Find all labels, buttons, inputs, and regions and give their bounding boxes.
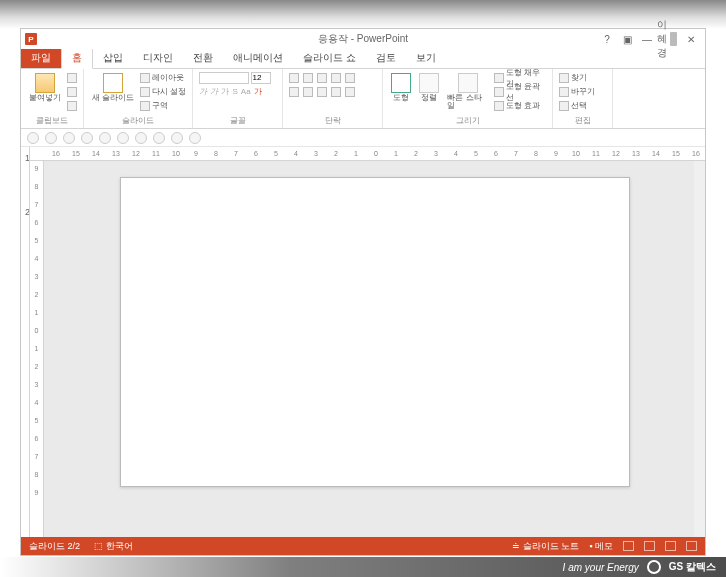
slide-stage[interactable]: [44, 161, 705, 537]
tab-home[interactable]: 홈: [61, 47, 93, 69]
paste-icon: [35, 73, 55, 93]
quick-access-toolbar: [21, 129, 705, 147]
group-drawing: 도형 정렬 빠른 스타일 도형 채우기 도형 윤곽선 도형 효과 그리기: [383, 69, 553, 128]
user-account[interactable]: 이혜경: [657, 31, 677, 47]
section-button[interactable]: 구역: [140, 99, 186, 112]
group-clipboard: 붙여넣기 클립보드: [21, 69, 84, 128]
qat-item-10[interactable]: [189, 132, 201, 144]
language-indicator[interactable]: ⬚ 한국어: [94, 540, 133, 553]
tab-file[interactable]: 파일: [21, 48, 61, 68]
find-icon: [559, 73, 569, 83]
shapes-button[interactable]: 도형: [389, 71, 413, 104]
new-slide-icon: [103, 73, 123, 93]
window-title: 응용작 - PowerPoint: [318, 32, 408, 46]
bullets-icon[interactable]: [289, 73, 299, 83]
sorter-view-icon[interactable]: [644, 541, 655, 551]
indent-increase-icon[interactable]: [331, 73, 341, 83]
qat-item-9[interactable]: [171, 132, 183, 144]
align-right-icon[interactable]: [317, 87, 327, 97]
help-button[interactable]: ?: [597, 31, 617, 47]
select-icon: [559, 101, 569, 111]
group-paragraph: 단락: [283, 69, 383, 128]
close-button[interactable]: ✕: [681, 31, 701, 47]
indent-decrease-icon[interactable]: [317, 73, 327, 83]
normal-view-icon[interactable]: [623, 541, 634, 551]
numbering-icon[interactable]: [303, 73, 313, 83]
slide-counter[interactable]: 슬라이드 2/2: [29, 540, 80, 553]
group-editing: 찾기 바꾸기 선택 편집: [553, 69, 613, 128]
shape-effects-button[interactable]: 도형 효과: [494, 99, 546, 112]
group-slides: 새 슬라이드 레이아웃 다시 설정 구역 슬라이드: [84, 69, 193, 128]
slide-canvas[interactable]: [120, 177, 630, 487]
quick-styles-button[interactable]: 빠른 스타일: [445, 71, 490, 112]
app-window: P 응용작 - PowerPoint ? ▣ — 이혜경 ✕ 파일 홈 삽입 디…: [20, 28, 706, 556]
cut-icon: [67, 73, 77, 83]
new-slide-label: 새 슬라이드: [92, 94, 134, 102]
tab-design[interactable]: 디자인: [133, 48, 183, 68]
arrange-icon: [419, 73, 439, 93]
qat-item-3[interactable]: [63, 132, 75, 144]
select-button[interactable]: 선택: [559, 99, 595, 112]
group-paragraph-label: 단락: [289, 114, 376, 126]
slide-thumbnail-panel[interactable]: 1 2: [21, 147, 30, 537]
justify-icon[interactable]: [331, 87, 341, 97]
fill-icon: [494, 73, 504, 83]
format-painter-button[interactable]: [67, 99, 77, 112]
new-slide-button[interactable]: 새 슬라이드: [90, 71, 136, 104]
cut-button[interactable]: [67, 71, 77, 84]
footer-brand: GS 칼텍스: [669, 560, 716, 574]
ribbon-tabs: 파일 홈 삽입 디자인 전환 애니메이션 슬라이드 쇼 검토 보기: [21, 49, 705, 69]
reset-button[interactable]: 다시 설정: [140, 85, 186, 98]
reading-view-icon[interactable]: [665, 541, 676, 551]
user-avatar: [670, 32, 677, 46]
columns-icon[interactable]: [345, 87, 355, 97]
tab-animations[interactable]: 애니메이션: [223, 48, 293, 68]
qat-item-6[interactable]: [117, 132, 129, 144]
align-left-icon[interactable]: [289, 87, 299, 97]
line-spacing-icon[interactable]: [345, 73, 355, 83]
qat-item-4[interactable]: [81, 132, 93, 144]
group-font-label: 글꼴: [199, 114, 276, 126]
italic-button[interactable]: 가: [210, 86, 218, 97]
find-button[interactable]: 찾기: [559, 71, 595, 84]
tab-view[interactable]: 보기: [406, 48, 446, 68]
qat-item-5[interactable]: [99, 132, 111, 144]
slideshow-view-icon[interactable]: [686, 541, 697, 551]
notes-button[interactable]: ≐ 슬라이드 노트: [512, 540, 579, 553]
minimize-button[interactable]: —: [637, 31, 657, 47]
outline-icon: [494, 87, 504, 97]
ribbon: 붙여넣기 클립보드 새 슬라이드 레이아웃 다시 설정 구역: [21, 69, 705, 129]
tab-insert[interactable]: 삽입: [93, 48, 133, 68]
qat-item-2[interactable]: [45, 132, 57, 144]
replace-icon: [559, 87, 569, 97]
font-family-input[interactable]: [199, 72, 249, 84]
statusbar: 슬라이드 2/2 ⬚ 한국어 ≐ 슬라이드 노트 ▪ 메모: [21, 537, 705, 555]
comments-button[interactable]: ▪ 메모: [589, 540, 613, 553]
tab-slideshow[interactable]: 슬라이드 쇼: [293, 48, 366, 68]
ribbon-display-button[interactable]: ▣: [617, 31, 637, 47]
group-editing-label: 편집: [559, 114, 606, 126]
paste-button[interactable]: 붙여넣기: [27, 71, 63, 104]
arrange-button[interactable]: 정렬: [417, 71, 441, 104]
bold-button[interactable]: 가: [199, 86, 207, 97]
qat-item-7[interactable]: [135, 132, 147, 144]
qat-item-8[interactable]: [153, 132, 165, 144]
edit-area: 1615141312111098765432101234567891011121…: [30, 147, 705, 537]
underline-button[interactable]: 가: [221, 86, 229, 97]
layout-icon: [140, 73, 150, 83]
qat-item-1[interactable]: [27, 132, 39, 144]
shape-outline-button[interactable]: 도형 윤곽선: [494, 85, 546, 98]
gs-logo-icon: [647, 560, 661, 574]
tab-review[interactable]: 검토: [366, 48, 406, 68]
replace-button[interactable]: 바꾸기: [559, 85, 595, 98]
watermark-footer: I am your Energy GS 칼텍스: [0, 557, 726, 577]
layout-button[interactable]: 레이아웃: [140, 71, 186, 84]
font-size-input[interactable]: [251, 72, 271, 84]
font-color-button[interactable]: Aa: [241, 87, 251, 96]
tab-transitions[interactable]: 전환: [183, 48, 223, 68]
align-center-icon[interactable]: [303, 87, 313, 97]
font-color-dropdown[interactable]: 가: [254, 86, 262, 97]
vertical-scrollbar[interactable]: [694, 161, 705, 537]
copy-button[interactable]: [67, 85, 77, 98]
strikethrough-button[interactable]: S: [232, 87, 237, 96]
